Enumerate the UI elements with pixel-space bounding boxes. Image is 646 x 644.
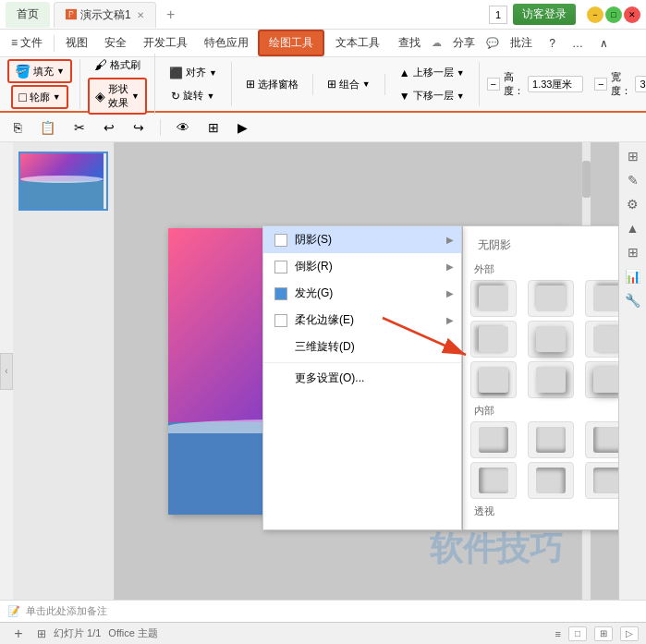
view-icon[interactable]: 👁	[170, 117, 196, 138]
toolbar-group-arrange: ⬛ 对齐 ▼ ↻ 旋转 ▼	[163, 62, 232, 106]
play-icon[interactable]: ▶	[231, 117, 254, 138]
shadow-inner-11	[479, 367, 508, 393]
shadow-submenu: 无阴影 外部 左下斜偏移	[462, 225, 618, 530]
ctx-reflection[interactable]: 倒影(R)	[263, 253, 461, 280]
align-button[interactable]: ⬛ 对齐 ▼	[163, 62, 224, 83]
width-minus-btn[interactable]: −	[594, 78, 607, 91]
sidebar-icon-3[interactable]: ⚙	[623, 194, 643, 214]
group-button[interactable]: ⊞ 组合 ▼	[321, 74, 377, 95]
tab-doc[interactable]: 🅿 演示文稿1 ✕	[54, 2, 156, 28]
menu-help[interactable]: ?	[542, 33, 563, 54]
notes-bar: 📝 单击此处添加备注	[0, 600, 646, 622]
move-up-button[interactable]: ▲ 上移一层 ▼	[393, 62, 471, 83]
title-bar-right: 1 访客登录 − □ ✕	[489, 4, 640, 25]
fill-button[interactable]: 🪣 填充 ▼	[7, 59, 72, 83]
inner-shadow-2	[536, 427, 566, 453]
align-icon: ⬛	[169, 67, 183, 79]
menu-security[interactable]: 安全	[97, 31, 134, 55]
shadow-btn-inner-1[interactable]	[470, 421, 517, 458]
quick-access-3[interactable]: ✂	[67, 117, 91, 138]
normal-view-button[interactable]: □	[568, 626, 587, 641]
tab-add-button[interactable]: +	[160, 4, 182, 26]
sidebar-icon-1[interactable]: ⊞	[623, 146, 643, 166]
menu-dev-tools[interactable]: 开发工具	[136, 31, 195, 55]
menu-more[interactable]: …	[565, 33, 591, 54]
menu-special-features[interactable]: 特色应用	[197, 31, 256, 55]
ctx-glow[interactable]: 发光(G)	[263, 280, 461, 307]
shadow-btn-inner-7[interactable]	[528, 462, 574, 499]
shadow-btn-inner-6[interactable]	[470, 462, 517, 499]
add-slide-button[interactable]: +	[7, 625, 30, 643]
menu-collapse[interactable]: ∧	[592, 33, 616, 54]
outline-button[interactable]: □ 轮廓 ▼	[11, 85, 67, 109]
minimize-button[interactable]: −	[587, 6, 603, 23]
ctx-shadow[interactable]: 阴影(S)	[263, 226, 461, 253]
ctx-more-settings-label: 更多设置(O)...	[295, 371, 364, 386]
notes-icon: 📝	[7, 605, 20, 617]
move-up-icon: ▲	[399, 67, 410, 79]
rotate-button[interactable]: ↻ 旋转 ▼	[165, 85, 221, 106]
quick-access-1[interactable]: ⎘	[7, 117, 28, 138]
sidebar-icon-4[interactable]: ▲	[623, 218, 643, 238]
ctx-more-settings[interactable]: 更多设置(O)...	[263, 365, 461, 392]
grid-view-button[interactable]: ⊞	[594, 626, 613, 641]
shadow-btn-outer-2[interactable]	[528, 280, 574, 317]
width-input[interactable]	[635, 76, 646, 92]
maximize-button[interactable]: □	[605, 6, 622, 23]
sidebar-icon-6[interactable]: 📊	[623, 266, 643, 286]
outer-shadow-grid: 左下斜偏移	[470, 280, 618, 398]
shadow-btn-inner-8[interactable]	[585, 462, 618, 499]
height-input[interactable]	[528, 76, 583, 92]
rotate-dropdown-arrow: ▼	[206, 91, 214, 101]
shadow-btn-outer-8[interactable]	[585, 321, 618, 358]
menu-share[interactable]: 分享	[445, 31, 482, 55]
menu-view[interactable]: 视图	[58, 31, 95, 55]
slide-thumbnail[interactable]	[18, 152, 108, 211]
right-sidebar: ⊞ ✎ ⚙ ▲ ⊞ 📊 🔧	[618, 142, 646, 600]
move-up-dropdown-arrow: ▼	[457, 68, 465, 78]
grid-icon[interactable]: ⊞	[201, 117, 225, 138]
sidebar-icon-7[interactable]: 🔧	[623, 290, 643, 310]
quick-access-2[interactable]: 📋	[33, 117, 62, 138]
inner-shadow-8	[593, 468, 618, 493]
shadow-btn-outer-12[interactable]	[528, 361, 574, 398]
panel-collapse-arrow[interactable]: ‹	[0, 353, 13, 390]
move-down-button[interactable]: ▼ 下移一层 ▼	[393, 85, 471, 106]
shadow-inner-12	[536, 367, 566, 393]
slide-wave-white	[20, 176, 104, 183]
context-menu: 阴影(S) 倒影(R) 发光(G) 柔化边缘(E) 三维旋转(D)	[262, 225, 462, 530]
format-brush-button[interactable]: 🖌 格式刷	[88, 54, 147, 76]
sidebar-icon-5[interactable]: ⊞	[623, 242, 643, 262]
read-view-button[interactable]: ▷	[620, 626, 639, 641]
tab-text-tools[interactable]: 文本工具	[326, 31, 389, 55]
inner-shadow-grid	[470, 421, 618, 499]
shape-effect-button[interactable]: ◈ 形状效果 ▼	[88, 78, 147, 115]
select-grid-button[interactable]: ⊞ 选择窗格	[239, 74, 305, 95]
tab-home[interactable]: 首页	[6, 2, 50, 28]
shape-effect-dropdown: 阴影(S) 倒影(R) 发光(G) 柔化边缘(E) 三维旋转(D)	[262, 225, 618, 530]
slide-info: 幻灯片 1/1	[54, 626, 101, 640]
shadow-btn-outer-7[interactable]	[528, 321, 574, 358]
scrollbar-thumb[interactable]	[582, 161, 591, 198]
slide-wave	[20, 181, 104, 209]
shadow-btn-outer-11[interactable]	[470, 361, 517, 398]
width-label: 宽度：	[611, 70, 631, 98]
tab-drawing-tools[interactable]: 绘图工具	[258, 30, 324, 56]
shadow-btn-inner-3[interactable]	[585, 421, 618, 458]
height-minus-btn[interactable]: −	[487, 78, 500, 91]
toolbar-size-fields: − 高度： − 宽度：	[487, 70, 646, 98]
no-shadow-row[interactable]: 无阴影	[470, 234, 618, 257]
menu-find[interactable]: 查找	[391, 31, 428, 55]
menu-review[interactable]: 批注	[503, 31, 540, 55]
shadow-btn-outer-3[interactable]	[585, 280, 618, 317]
shadow-btn-inner-2[interactable]	[528, 421, 574, 458]
shadow-btn-outer-13[interactable]	[585, 361, 618, 398]
close-button[interactable]: ✕	[624, 6, 640, 23]
watermark: 软件技巧	[430, 527, 563, 572]
redo-button[interactable]: ↪	[127, 117, 151, 138]
menu-file[interactable]: ≡ 文件	[4, 31, 50, 55]
undo-button[interactable]: ↩	[97, 117, 121, 138]
menu-divider-1	[54, 35, 55, 52]
login-button[interactable]: 访客登录	[513, 4, 576, 25]
sidebar-icon-2[interactable]: ✎	[623, 170, 643, 190]
